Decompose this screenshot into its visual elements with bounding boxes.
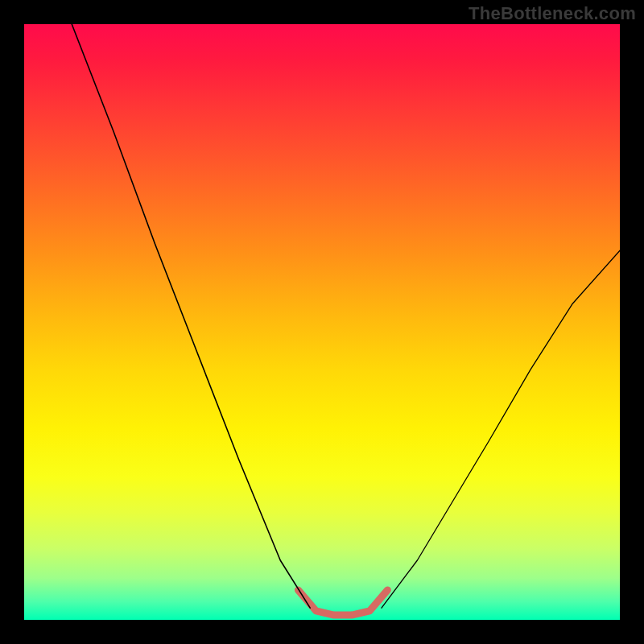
- watermark-text: TheBottleneck.com: [469, 3, 636, 24]
- series-right-slope: [382, 250, 620, 608]
- plot-area: [24, 24, 620, 620]
- curve-overlay: [24, 24, 620, 620]
- series-left-slope: [72, 24, 310, 608]
- chart-frame: TheBottleneck.com: [0, 0, 644, 644]
- series-valley-band: [298, 590, 387, 615]
